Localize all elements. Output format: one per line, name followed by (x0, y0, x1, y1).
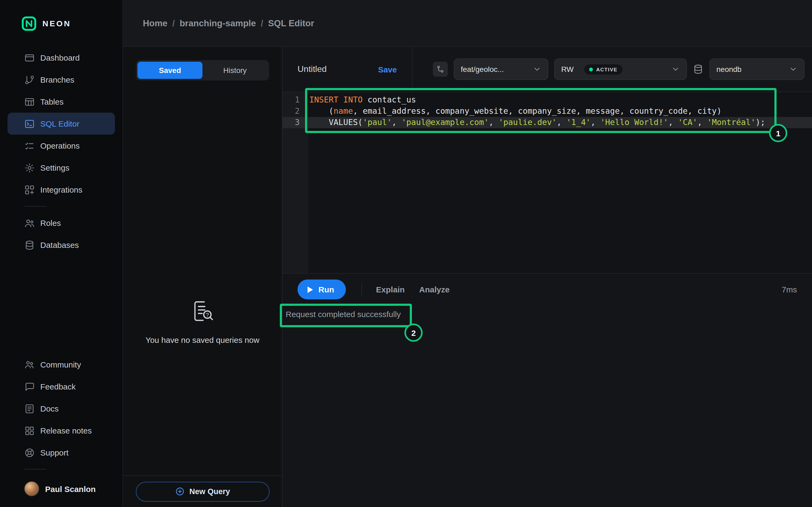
integrations-icon (24, 184, 35, 195)
empty-state: ? You have no saved queries now (123, 297, 282, 344)
breadcrumb: Home / branching-sample / SQL Editor (123, 0, 812, 47)
compute-endpoint-select[interactable]: RW ACTIVE (554, 58, 687, 80)
tables-icon (24, 96, 35, 107)
line-number: 1 (283, 95, 308, 106)
code-text: VALUES('paul', 'paul@example.com', 'paul… (308, 117, 765, 128)
database-icon (693, 64, 704, 74)
sql-editor-icon (24, 118, 35, 129)
sidebar-item-roles[interactable]: Roles (7, 212, 115, 234)
sidebar-item-branches[interactable]: Branches (7, 69, 115, 91)
sidebar-item-label: Community (40, 360, 81, 369)
tab-history[interactable]: History (202, 62, 267, 79)
sidebar-item-integrations[interactable]: Integrations (7, 179, 115, 201)
line-number: 2 (283, 106, 308, 117)
results-area: Request completed successfully (283, 305, 812, 507)
sidebar-item-label: Support (40, 448, 68, 457)
result-message: Request completed successfully (286, 307, 401, 322)
code-text: (name, email_address, company_website, c… (308, 106, 721, 117)
breadcrumb-home[interactable]: Home (143, 18, 167, 28)
sql-editor-main: Untitled Save feat/geoloc... (283, 47, 812, 507)
branches-icon (24, 74, 35, 85)
feedback-icon (24, 381, 35, 392)
sidebar-item-label: Operations (40, 141, 80, 150)
editor-header: Untitled Save feat/geoloc... (283, 47, 812, 92)
roles-icon (24, 218, 35, 228)
branch-compare-button[interactable] (433, 62, 448, 77)
app-window: NEON Dashboard Branches Tables (0, 0, 812, 507)
logo[interactable]: NEON (0, 0, 122, 47)
content-region: Home / branching-sample / SQL Editor Sav… (123, 0, 812, 507)
sidebar-divider (25, 469, 46, 469)
chevron-down-icon (789, 65, 798, 73)
actions-divider (361, 284, 362, 295)
sidebar-item-settings[interactable]: Settings (7, 157, 115, 179)
sidebar-item-release-notes[interactable]: Release notes (7, 419, 115, 442)
neon-logo-icon (21, 16, 37, 31)
saved-queries-panel: Saved History ? You have no saved querie (123, 47, 283, 507)
user-menu[interactable]: Paul Scanlon (7, 475, 115, 503)
user-name: Paul Scanlon (45, 484, 96, 493)
community-icon (24, 359, 35, 370)
sidebar-item-feedback[interactable]: Feedback (7, 376, 115, 398)
play-icon (307, 286, 314, 293)
queries-tabs: Saved History (136, 60, 269, 80)
sidebar-item-sql-editor[interactable]: SQL Editor (7, 113, 115, 135)
brand-name: NEON (42, 19, 71, 28)
run-button[interactable]: Run (298, 280, 346, 299)
sidebar-item-community[interactable]: Community (7, 353, 115, 376)
explain-button[interactable]: Explain (376, 285, 405, 294)
sidebar-item-label: Databases (40, 240, 79, 249)
branch-select-value: feat/geoloc... (461, 65, 504, 73)
sidebar-item-databases[interactable]: Databases (7, 234, 115, 256)
save-button[interactable]: Save (378, 65, 397, 74)
dashboard-icon (24, 52, 35, 63)
sidebar-item-operations[interactable]: Operations (7, 135, 115, 157)
chevron-down-icon (533, 65, 541, 73)
docs-icon (24, 403, 35, 414)
code-line[interactable]: 1INSERT INTO contact_us (283, 95, 812, 106)
status-badge: ACTIVE (584, 64, 622, 74)
support-icon (24, 447, 35, 458)
sidebar-divider (25, 206, 46, 207)
editor-controls: feat/geoloc... RW ACTIVE (412, 47, 812, 92)
document-search-icon: ? (188, 297, 217, 327)
sidebar-item-label: SQL Editor (40, 119, 80, 128)
editor-actions: Run Explain Analyze 7ms (283, 273, 812, 305)
settings-icon (24, 162, 35, 173)
empty-state-text: You have no saved queries now (146, 335, 259, 344)
body-row: Saved History ? You have no saved querie (123, 47, 812, 507)
sidebar-item-tables[interactable]: Tables (7, 91, 115, 113)
sidebar-item-label: Docs (40, 404, 58, 413)
database-select[interactable]: neondb (709, 58, 805, 80)
code-text: INSERT INTO contact_us (308, 95, 416, 106)
code-line[interactable]: 2 (name, email_address, company_website,… (283, 106, 812, 117)
query-title[interactable]: Untitled (298, 64, 327, 74)
svg-text:?: ? (206, 312, 209, 318)
new-query-button[interactable]: New Query (136, 482, 269, 501)
code-line[interactable]: 3 VALUES('paul', 'paul@example.com', 'pa… (283, 117, 812, 128)
sidebar-item-label: Feedback (40, 382, 76, 391)
avatar (24, 481, 39, 496)
endpoint-value: RW (561, 65, 573, 73)
sidebar-item-docs[interactable]: Docs (7, 398, 115, 419)
query-duration: 7ms (782, 285, 797, 294)
breadcrumb-separator: / (172, 18, 175, 28)
line-number: 3 (283, 117, 308, 128)
status-badge-label: ACTIVE (596, 66, 617, 72)
operations-icon (24, 140, 35, 151)
sidebar-item-label: Branches (40, 75, 74, 84)
breadcrumb-separator: / (261, 18, 263, 28)
sidebar-item-support[interactable]: Support (7, 442, 115, 463)
panel-footer: New Query (123, 475, 282, 507)
code-lines: 1INSERT INTO contact_us2 (name, email_ad… (283, 95, 812, 128)
code-editor[interactable]: 1INSERT INTO contact_us2 (name, email_ad… (283, 92, 812, 273)
branch-select[interactable]: feat/geoloc... (454, 58, 548, 80)
query-title-group: Untitled Save (283, 47, 412, 92)
tab-saved[interactable]: Saved (138, 62, 202, 79)
analyze-button[interactable]: Analyze (419, 285, 450, 294)
sidebar: NEON Dashboard Branches Tables (0, 0, 123, 507)
sidebar-item-dashboard[interactable]: Dashboard (7, 47, 115, 69)
run-label: Run (318, 285, 334, 294)
sidebar-item-label: Tables (40, 97, 64, 106)
breadcrumb-project[interactable]: branching-sample (180, 18, 256, 28)
